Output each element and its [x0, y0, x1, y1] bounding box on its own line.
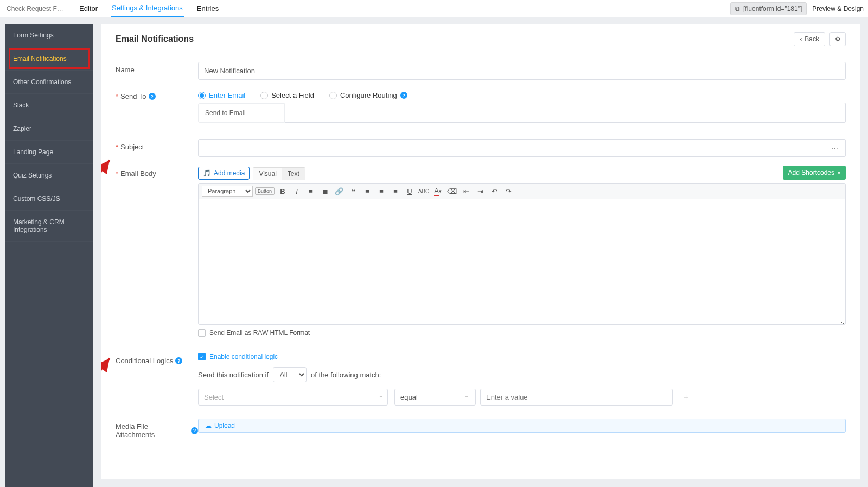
add-condition-button[interactable]: ＋	[679, 391, 692, 404]
strike-icon: ABC	[418, 188, 430, 194]
radio-icon	[260, 92, 268, 99]
link-button[interactable]: 🔗	[333, 185, 345, 197]
sidebar-item-email-notifications[interactable]: Email Notifications	[5, 47, 93, 71]
condition-row: Select equal ＋	[198, 389, 846, 406]
bullet-list-button[interactable]: ≡	[305, 185, 317, 197]
conditional-prefix: Send this notification if	[198, 371, 269, 379]
back-button[interactable]: ‹ Back	[794, 32, 825, 46]
raw-html-checkbox[interactable]	[198, 329, 206, 337]
sidebar-item-label: Email Notifications	[13, 55, 67, 62]
quote-icon: ❝	[352, 187, 355, 195]
link-icon: 🔗	[335, 187, 343, 195]
radio-enter-email[interactable]: Enter Email	[198, 91, 245, 99]
editor-top-row: 🎵 Add media Visual Text Add Shortcodes ▾	[198, 166, 846, 180]
outdent-button[interactable]: ⇤	[460, 185, 472, 197]
raw-html-label: Send Email as RAW HTML Format	[209, 329, 310, 337]
subject-shortcode-picker[interactable]: ⋯	[824, 139, 846, 157]
add-shortcodes-button[interactable]: Add Shortcodes ▾	[783, 166, 846, 180]
info-icon[interactable]: ?	[400, 92, 407, 99]
gear-icon: ⚙	[835, 35, 841, 43]
strike-button[interactable]: ABC	[418, 185, 430, 197]
sidebar-item-form-settings[interactable]: Form Settings	[5, 24, 93, 47]
tab-entries[interactable]: Entries	[196, 0, 220, 17]
align-center-button[interactable]: ≡	[375, 185, 387, 197]
head-actions: ‹ Back ⚙	[794, 32, 846, 46]
info-icon[interactable]: ?	[175, 357, 182, 364]
underline-button[interactable]: U	[404, 185, 416, 197]
radio-select-field[interactable]: Select a Field	[260, 91, 314, 99]
radio-configure-routing[interactable]: Configure Routing ?	[329, 91, 407, 99]
topbar: Check Request For... Editor Settings & I…	[0, 0, 868, 17]
condition-value-input[interactable]	[480, 389, 673, 406]
tab-visual[interactable]: Visual	[253, 168, 282, 180]
condition-field-select[interactable]: Select	[198, 389, 388, 406]
upload-button[interactable]: ☁ Upload	[198, 419, 846, 433]
conditional-suffix: of the following match:	[311, 371, 381, 379]
required-star: *	[116, 143, 118, 151]
send-to-email-input[interactable]	[285, 103, 846, 123]
tab-settings[interactable]: Settings & Integrations	[111, 0, 184, 17]
row-sendto: * Send To ? Enter Email Select a Field	[116, 88, 846, 130]
enable-conditional-row: ✓ Enable conditional logic	[198, 353, 846, 360]
plus-icon: ＋	[682, 392, 690, 402]
body-label: * Email Body	[116, 166, 198, 178]
italic-icon: I	[296, 187, 298, 195]
sidebar-item-quiz-settings[interactable]: Quiz Settings	[5, 164, 93, 187]
sidebar-item-other-confirmations[interactable]: Other Confirmations	[5, 71, 93, 94]
add-media-button[interactable]: 🎵 Add media	[198, 167, 250, 180]
match-mode-select[interactable]: All	[273, 367, 307, 382]
sidebar-item-slack[interactable]: Slack	[5, 94, 93, 117]
italic-button[interactable]: I	[291, 185, 303, 197]
chevron-left-icon: ‹	[800, 35, 802, 43]
align-left-button[interactable]: ≡	[361, 185, 373, 197]
text-color-icon: A	[434, 187, 439, 196]
sidebar-item-landing-page[interactable]: Landing Page	[5, 141, 93, 164]
editor-content[interactable]	[199, 199, 845, 324]
paragraph-format-select[interactable]: Paragraph	[202, 186, 253, 197]
page-head: Email Notifications ‹ Back ⚙	[116, 32, 846, 52]
subject-input[interactable]	[198, 139, 824, 157]
radio-label: Configure Routing	[340, 91, 397, 99]
conditional-label: Conditional Logics ?	[116, 353, 198, 365]
shortcode-copy[interactable]: ⧉ [fluentform id="181"]	[730, 2, 807, 15]
preview-design-link[interactable]: Preview & Design	[812, 5, 864, 12]
align-right-button[interactable]: ≡	[390, 185, 401, 197]
tab-text[interactable]: Text	[282, 168, 305, 180]
subject-label-text: Subject	[120, 143, 144, 151]
radio-icon	[329, 92, 337, 99]
row-email-body: * Email Body 🎵 Add media Visual Text	[116, 166, 846, 337]
bold-button[interactable]: B	[277, 185, 289, 197]
tab-editor[interactable]: Editor	[78, 0, 99, 17]
bold-icon: B	[280, 187, 285, 195]
info-icon[interactable]: ?	[149, 93, 156, 100]
undo-button[interactable]: ↶	[488, 185, 500, 197]
attachments-label-text: Media File Attachments	[116, 422, 189, 439]
condition-operator-select[interactable]: equal	[394, 389, 476, 406]
settings-gear-button[interactable]: ⚙	[829, 32, 846, 46]
underline-icon: U	[407, 187, 412, 195]
text-color-button[interactable]: A▾	[432, 185, 444, 197]
quote-button[interactable]: ❝	[347, 185, 359, 197]
info-icon[interactable]: ?	[191, 427, 198, 434]
button-chip[interactable]: Button	[255, 187, 275, 195]
enable-conditional-checkbox[interactable]: ✓	[198, 353, 206, 360]
radio-label: Enter Email	[209, 91, 245, 99]
sidebar-item-custom-css-js[interactable]: Custom CSS/JS	[5, 187, 93, 211]
page-title: Email Notifications	[116, 34, 194, 44]
visual-text-tabs: Visual Text	[253, 167, 305, 180]
list-ol-icon: ≣	[322, 187, 328, 195]
sidebar-item-marketing-crm[interactable]: Marketing & CRM Integrations	[5, 211, 93, 242]
indent-button[interactable]: ⇥	[474, 185, 486, 197]
attachments-label: Media File Attachments ?	[116, 419, 198, 439]
name-input[interactable]	[198, 62, 846, 80]
editor-toolbar: Paragraph Button B I ≡ ≣ 🔗 ❝ ≡ ≡ ≡ U ABC	[199, 184, 845, 199]
clear-format-button[interactable]: ⌫	[446, 185, 458, 197]
redo-button[interactable]: ↷	[502, 185, 514, 197]
shortcode-text: [fluentform id="181"]	[743, 5, 802, 12]
editor-area[interactable]	[199, 199, 845, 324]
chevron-down-icon: ▾	[838, 170, 840, 176]
upload-label: Upload	[214, 422, 235, 429]
sidebar-item-zapier[interactable]: Zapier	[5, 117, 93, 141]
media-icon: 🎵	[203, 169, 211, 177]
numbered-list-button[interactable]: ≣	[319, 185, 331, 197]
